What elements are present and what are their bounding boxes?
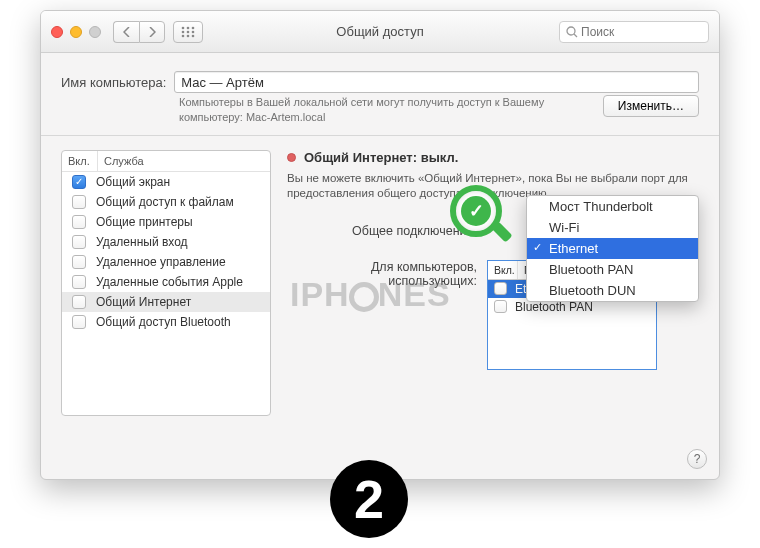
nav-segment xyxy=(113,21,165,43)
service-row[interactable]: Общий доступ к файлам xyxy=(62,192,270,212)
service-label: Общий экран xyxy=(96,175,170,189)
sharing-window: Общий доступ Имя компьютера: Компьютеры … xyxy=(40,10,720,480)
status-label: Общий Интернет: выкл. xyxy=(304,150,458,165)
dropdown-item[interactable]: Мост Thunderbolt xyxy=(527,196,698,217)
port-label: Bluetooth PAN xyxy=(515,300,593,314)
checkbox[interactable] xyxy=(72,315,86,329)
service-label: Общий доступ к файлам xyxy=(96,195,234,209)
checkbox[interactable] xyxy=(72,175,86,189)
checkbox[interactable] xyxy=(72,275,86,289)
service-label: Удаленный вход xyxy=(96,235,188,249)
search-input[interactable] xyxy=(581,25,702,39)
search-icon xyxy=(566,26,578,38)
service-label: Общие принтеры xyxy=(96,215,193,229)
dropdown-item[interactable]: Bluetooth PAN xyxy=(527,259,698,280)
checkbox[interactable] xyxy=(72,295,86,309)
check-icon: ✓ xyxy=(461,196,491,226)
service-row[interactable]: Общий экран xyxy=(62,172,270,192)
computer-name-label: Имя компьютера: xyxy=(61,75,166,90)
svg-line-10 xyxy=(574,34,577,37)
svg-point-1 xyxy=(187,26,190,29)
svg-point-7 xyxy=(187,34,190,37)
service-row[interactable]: Удаленные события Apple xyxy=(62,272,270,292)
watermark: IPHNES xyxy=(290,275,451,314)
service-label: Общий доступ Bluetooth xyxy=(96,315,231,329)
service-label: Удаленные события Apple xyxy=(96,275,243,289)
checkbox[interactable] xyxy=(494,282,507,295)
services-header: Вкл. Служба xyxy=(62,151,270,172)
svg-point-3 xyxy=(182,30,185,33)
dropdown-item[interactable]: Wi-Fi xyxy=(527,217,698,238)
svg-point-2 xyxy=(192,26,195,29)
share-from-dropdown[interactable]: Мост ThunderboltWi-FiEthernetBluetooth P… xyxy=(526,195,699,302)
minimize-icon[interactable] xyxy=(70,26,82,38)
svg-point-9 xyxy=(567,27,575,35)
forward-button[interactable] xyxy=(139,21,165,43)
close-icon[interactable] xyxy=(51,26,63,38)
highlight-badge: ✓ xyxy=(450,185,512,247)
service-row[interactable]: Удаленный вход xyxy=(62,232,270,252)
checkbox[interactable] xyxy=(72,255,86,269)
svg-point-0 xyxy=(182,26,185,29)
dropdown-item[interactable]: Bluetooth DUN xyxy=(527,280,698,301)
checkbox[interactable] xyxy=(72,195,86,209)
status-off-icon xyxy=(287,153,296,162)
content: Имя компьютера: Компьютеры в Вашей локал… xyxy=(41,53,719,432)
show-all-button[interactable] xyxy=(173,21,203,43)
service-label: Общий Интернет xyxy=(96,295,191,309)
traffic-lights xyxy=(51,26,101,38)
computer-name-input[interactable] xyxy=(174,71,699,93)
service-label: Удаленное управление xyxy=(96,255,226,269)
zoom-icon[interactable] xyxy=(89,26,101,38)
search-field[interactable] xyxy=(559,21,709,43)
dropdown-item[interactable]: Ethernet xyxy=(527,238,698,259)
service-row[interactable]: Удаленное управление xyxy=(62,252,270,272)
svg-point-6 xyxy=(182,34,185,37)
col-service: Служба xyxy=(98,151,270,171)
share-from-label: Общее подключение: xyxy=(287,224,477,238)
svg-point-5 xyxy=(192,30,195,33)
checkbox[interactable] xyxy=(72,235,86,249)
services-list: Вкл. Служба Общий экранОбщий доступ к фа… xyxy=(61,150,271,416)
svg-point-4 xyxy=(187,30,190,33)
step-number-badge: 2 xyxy=(330,460,408,538)
help-button[interactable]: ? xyxy=(687,449,707,469)
computer-name-subtext: Компьютеры в Вашей локальной сети могут … xyxy=(179,95,595,125)
titlebar: Общий доступ xyxy=(41,11,719,53)
col-on: Вкл. xyxy=(62,151,98,171)
edit-button[interactable]: Изменить… xyxy=(603,95,699,117)
ports-col-on: Вкл. xyxy=(488,261,518,279)
service-row[interactable]: Общий Интернет xyxy=(62,292,270,312)
service-row[interactable]: Общие принтеры xyxy=(62,212,270,232)
back-button[interactable] xyxy=(113,21,139,43)
service-row[interactable]: Общий доступ Bluetooth xyxy=(62,312,270,332)
checkbox[interactable] xyxy=(72,215,86,229)
checkbox[interactable] xyxy=(494,300,507,313)
svg-point-8 xyxy=(192,34,195,37)
